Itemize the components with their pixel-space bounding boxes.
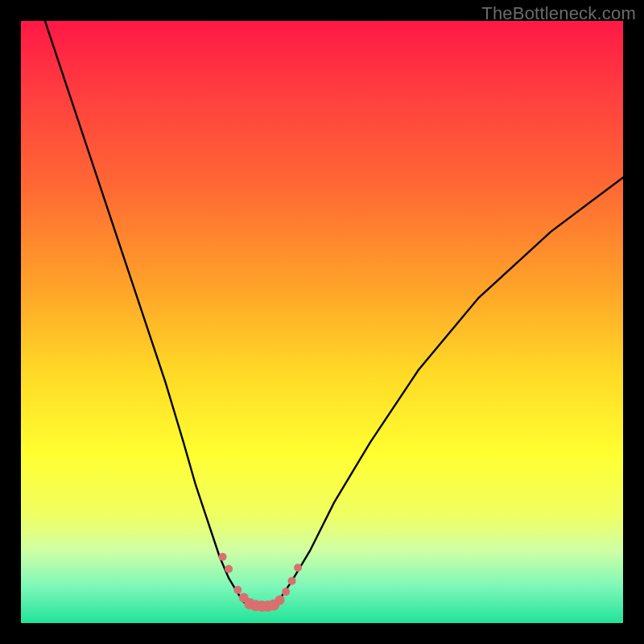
valley-marker xyxy=(294,564,302,572)
bottleneck-curve xyxy=(21,21,623,623)
valley-marker xyxy=(282,588,290,596)
valley-marker xyxy=(219,553,227,561)
valley-marker xyxy=(275,596,285,605)
valley-marker xyxy=(233,586,242,594)
chart-plot-area xyxy=(21,21,623,623)
valley-marker xyxy=(288,577,296,585)
chart-frame: TheBottleneck.com xyxy=(0,0,644,644)
curve-right-branch xyxy=(274,177,623,606)
valley-marker xyxy=(225,565,233,573)
curve-left-branch xyxy=(45,21,250,606)
watermark-text: TheBottleneck.com xyxy=(481,3,636,24)
